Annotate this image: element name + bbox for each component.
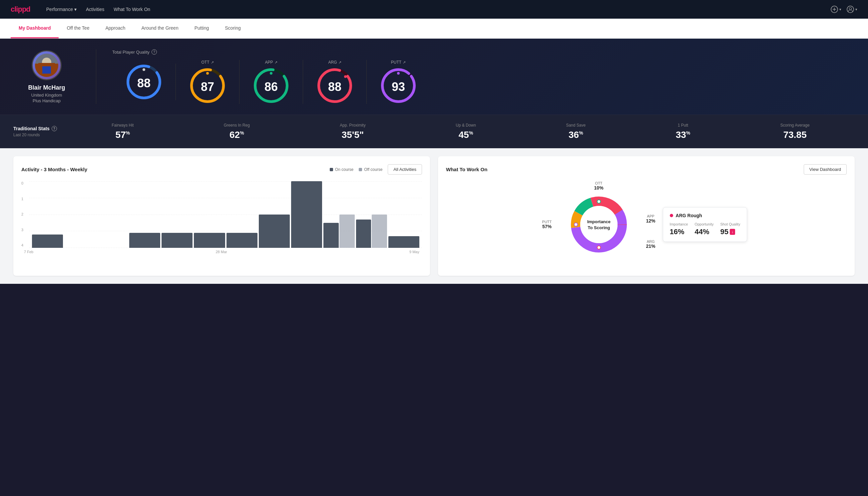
svg-text:86: 86: [265, 80, 278, 94]
top-nav: clippd Performance ▾ Activities What To …: [0, 0, 868, 19]
bar-on-course-10[interactable]: [356, 219, 372, 248]
wtwo-panel-header: What To Work On View Dashboard: [446, 164, 847, 174]
svg-point-29: [397, 72, 400, 75]
label-ott: OTT 10%: [594, 181, 603, 190]
tab-off-the-tee[interactable]: Off the Tee: [59, 19, 97, 38]
tab-around-the-green[interactable]: Around the Green: [133, 19, 186, 38]
bar-on-course-4[interactable]: [161, 233, 192, 248]
label-app: APP 12%: [646, 214, 656, 223]
ts-one-putt: 1 Putt 33%: [676, 123, 691, 140]
tooltip-stat-shot-quality: Shot Quality 95 ↓: [720, 222, 740, 236]
svg-text:Importance: Importance: [587, 219, 611, 224]
hero-section: Blair McHarg United Kingdom Plus Handica…: [0, 38, 868, 114]
view-dashboard-button[interactable]: View Dashboard: [804, 164, 847, 174]
svg-text:88: 88: [137, 76, 151, 90]
bar-off-course-9[interactable]: [340, 215, 355, 248]
all-activities-button[interactable]: All Activities: [388, 164, 422, 174]
add-button[interactable]: ▾: [831, 6, 841, 13]
bar-group-3: [129, 233, 160, 248]
chart-x-labels: 7 Feb 28 Mar 9 May: [21, 250, 422, 254]
donut-container: OTT 10% PUTT 57% APP 12% ARG 21%: [446, 181, 847, 268]
svg-text:93: 93: [392, 80, 405, 94]
nav-what-to-work-on[interactable]: What To Work On: [114, 5, 150, 13]
what-to-work-on-panel: What To Work On View Dashboard OTT 10% P…: [438, 156, 855, 276]
activity-panel-title: Activity - 3 Months - Weekly: [21, 167, 87, 172]
bar-on-course-7[interactable]: [259, 215, 290, 248]
ts-scoring-average: Scoring Average 73.85: [780, 123, 810, 140]
bar-group-0: [32, 234, 63, 248]
tab-putting[interactable]: Putting: [187, 19, 217, 38]
bar-group-8: [291, 181, 322, 248]
svg-point-25: [344, 75, 347, 78]
bar-on-course-11[interactable]: [388, 236, 419, 248]
app-arrow-icon: ↗: [274, 60, 278, 65]
bar-group-10: [356, 215, 387, 248]
ts-app-proximity: App. Proximity 35'5": [340, 123, 365, 140]
user-chevron-icon: ▾: [855, 7, 857, 12]
putt-arrow-icon: ↗: [403, 60, 406, 65]
svg-point-39: [597, 246, 601, 249]
activity-chart-panel: Activity - 3 Months - Weekly On course O…: [13, 156, 430, 276]
bar-group-11: [388, 236, 419, 248]
svg-rect-9: [42, 66, 51, 74]
svg-point-4: [849, 7, 852, 10]
bar-on-course-0[interactable]: [32, 234, 63, 248]
score-putt: PUTT ↗ 93: [367, 60, 430, 104]
user-profile-button[interactable]: ▾: [847, 6, 857, 13]
svg-point-17: [206, 72, 209, 75]
wtwo-panel-title: What To Work On: [446, 167, 487, 172]
bar-on-course-5[interactable]: [194, 233, 225, 248]
svg-point-21: [270, 72, 272, 75]
tab-scoring[interactable]: Scoring: [217, 19, 249, 38]
chart-legend: On course Off course: [330, 167, 383, 172]
legend-on-course: On course: [330, 167, 353, 172]
svg-text:88: 88: [328, 80, 342, 94]
ts-greens-in-reg: Greens In Reg 62%: [224, 123, 250, 140]
svg-rect-10: [38, 63, 55, 66]
brand-logo[interactable]: clippd: [11, 5, 30, 14]
player-name: Blair McHarg: [28, 84, 65, 91]
bar-group-4: [161, 233, 192, 248]
tpq-label: Total Player Quality ?: [112, 49, 855, 55]
tpq-info-icon[interactable]: ?: [152, 49, 157, 55]
ts-up-and-down: Up & Down 45%: [456, 123, 476, 140]
ts-label: Traditional Stats ?: [13, 126, 67, 131]
score-ott: OTT ↗ 87: [176, 60, 239, 104]
bar-off-course-10[interactable]: [372, 215, 387, 248]
svg-text:87: 87: [201, 80, 214, 94]
ts-fairways-hit: Fairways Hit 57%: [112, 123, 133, 140]
bar-on-course-9[interactable]: [323, 223, 339, 248]
nav-activities[interactable]: Activities: [86, 5, 104, 13]
scores-section: Total Player Quality ? 88 OTT ↗: [112, 49, 855, 104]
off-course-dot: [359, 168, 362, 171]
divider: [96, 49, 96, 104]
nav-right: ▾ ▾: [831, 6, 857, 13]
player-country: United Kingdom: [31, 93, 62, 98]
legend-off-course: Off course: [359, 167, 382, 172]
score-total: 88: [112, 64, 176, 100]
player-card: Blair McHarg United Kingdom Plus Handica…: [13, 50, 80, 103]
score-circles: 88 OTT ↗ 87 APP ↗: [112, 60, 855, 104]
ts-label-group: Traditional Stats ? Last 20 rounds: [13, 126, 67, 137]
traditional-stats: Traditional Stats ? Last 20 rounds Fairw…: [0, 114, 868, 148]
ott-arrow-icon: ↗: [211, 60, 214, 65]
tab-bar: My Dashboard Off the Tee Approach Around…: [0, 19, 868, 38]
svg-point-38: [597, 200, 601, 203]
shot-quality-badge: ↓: [730, 229, 735, 235]
tooltip-stats: Importance 16% Opportunity 44% Shot Qual…: [670, 222, 740, 236]
bar-on-course-6[interactable]: [226, 233, 257, 248]
score-app: APP ↗ 86: [239, 60, 303, 104]
bar-group-9: [323, 215, 354, 248]
bar-on-course-8[interactable]: [291, 181, 322, 248]
nav-performance[interactable]: Performance ▾: [46, 5, 77, 13]
on-course-dot: [330, 168, 333, 171]
tab-approach[interactable]: Approach: [97, 19, 133, 38]
tooltip-card: ARG Rough Importance 16% Opportunity 44%…: [663, 207, 747, 242]
bar-on-course-3[interactable]: [129, 233, 160, 248]
tab-my-dashboard[interactable]: My Dashboard: [11, 19, 59, 38]
ts-sand-save: Sand Save 36%: [566, 123, 586, 140]
player-handicap: Plus Handicap: [33, 98, 61, 103]
ts-info-icon[interactable]: ?: [52, 126, 57, 131]
svg-point-40: [574, 223, 578, 226]
arg-arrow-icon: ↗: [338, 60, 342, 65]
